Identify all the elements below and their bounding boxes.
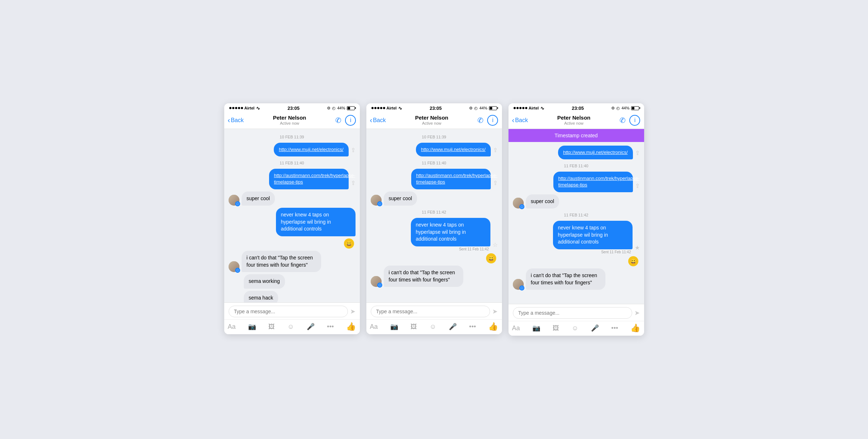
star-icon-2[interactable]: ☆ [493, 241, 498, 248]
timestamp-banner-3: Timestamp created [509, 129, 644, 142]
back-button-1[interactable]: ‹ Back [228, 117, 244, 124]
contact-status-2: Active now [415, 121, 448, 126]
chat-area-1[interactable]: 10 FEB 11:39 ⇪ http://www.muji.net/elect… [224, 129, 360, 302]
battery-icon-3 [631, 106, 639, 110]
send-icon-2[interactable]: ➤ [492, 307, 498, 315]
carrier-label-3: Airtel [529, 106, 539, 110]
timestamp-10feb-1: 10 FEB 11:39 [229, 135, 356, 139]
more-icon-3[interactable]: ••• [611, 324, 618, 332]
emoji-icon-1[interactable]: ☺ [288, 323, 294, 331]
phone-call-icon-3[interactable]: ✆ [620, 116, 626, 125]
message-input-1[interactable] [229, 306, 348, 317]
avatar-3a: ⓘ [513, 198, 524, 208]
message-row: sema hack [229, 291, 356, 302]
bubble-cant-do-3: i can't do that "Tap the screen four tim… [526, 268, 605, 290]
status-right-3: ⚙ ◴ 44% [611, 106, 639, 111]
alarm-icon-3: ◴ [616, 106, 620, 111]
star-icon-3[interactable]: ★ [635, 244, 640, 251]
share-icon[interactable]: ⇪ [351, 180, 356, 186]
emoji-reaction-row: 😀 [229, 238, 356, 249]
timestamp-11feb-3: 11 FEB 11:40 [513, 164, 640, 168]
gallery-icon-1[interactable]: 🖼 [268, 323, 275, 331]
bubble-super-cool-1: super cool [242, 191, 275, 206]
share-icon[interactable]: ⇪ [493, 180, 498, 186]
chat-area-3[interactable]: ⇪ http://www.muji.net/electronics/ 11 FE… [509, 142, 644, 304]
signal-dot [235, 107, 237, 109]
more-icon-2[interactable]: ••• [469, 323, 476, 331]
bottom-toolbar-1: Aa 📷 🖼 ☺ 🎤 ••• 👍 [224, 319, 360, 334]
font-icon-3[interactable]: Aa [512, 324, 520, 332]
info-icon-3[interactable]: i [629, 115, 640, 126]
like-icon-3[interactable]: 👍 [630, 323, 640, 333]
signal-dot [516, 107, 519, 109]
mic-icon-3[interactable]: 🎤 [591, 324, 599, 332]
back-label-2: Back [373, 117, 386, 124]
input-bar-3: ➤ [509, 304, 644, 321]
message-row: ⓘ i can't do that "Tap the screen four t… [513, 268, 640, 290]
battery-label-1: 44% [337, 106, 345, 110]
nav-center-2: Peter Nelson Active now [415, 115, 448, 126]
emoji-reaction-row-3: 😀 [513, 256, 640, 266]
nav-bar-3: ‹ Back Peter Nelson Active now ✆ i [509, 112, 644, 129]
timestamp-11feb-1: 11 FEB 11:40 [229, 161, 356, 165]
messenger-badge-3b: ⓘ [519, 285, 524, 290]
emoji-reaction-1: 😀 [344, 238, 354, 249]
message-input-2[interactable] [371, 306, 490, 317]
back-button-2[interactable]: ‹ Back [370, 117, 386, 124]
phone-call-icon-1[interactable]: ✆ [335, 116, 341, 125]
share-icon[interactable]: ⇪ [635, 150, 640, 156]
contact-name-2: Peter Nelson [415, 115, 448, 121]
send-icon-1[interactable]: ➤ [350, 307, 356, 315]
share-icon[interactable]: ⇪ [351, 147, 356, 154]
info-symbol-3: i [634, 117, 636, 124]
sent-label-3: Sent 11 Feb 11:42 [601, 250, 632, 254]
info-icon-2[interactable]: i [487, 115, 498, 126]
bubble-outgoing-link-2a: http://www.muji.net/electronics/ [416, 143, 490, 156]
mic-icon-1[interactable]: 🎤 [307, 323, 315, 331]
bubble-cant-do-1: i can't do that "Tap the screen four tim… [242, 251, 321, 272]
timestamp-10feb-2: 10 FEB 11:39 [371, 135, 498, 139]
contact-name-3: Peter Nelson [557, 115, 591, 121]
font-icon-2[interactable]: Aa [370, 323, 378, 331]
font-icon-1[interactable]: Aa [228, 323, 236, 331]
phone-call-icon-2[interactable]: ✆ [477, 116, 484, 125]
share-icon[interactable]: ⇪ [635, 182, 640, 189]
info-icon-1[interactable]: i [345, 115, 356, 126]
message-input-3[interactable] [513, 307, 632, 319]
contact-status-1: Active now [273, 121, 306, 126]
wifi-icon-1: ∿ [256, 106, 260, 111]
phone-wrapper: Airtel ∿ 23:05 ⚙ ◴ 44% ‹ Back Peter Nels… [224, 103, 644, 336]
send-icon-3[interactable]: ➤ [634, 309, 640, 317]
back-button-3[interactable]: ‹ Back [512, 117, 528, 124]
like-icon-2[interactable]: 👍 [488, 322, 498, 331]
nav-center-3: Peter Nelson Active now [557, 115, 591, 126]
back-label-1: Back [231, 117, 244, 124]
chevron-left-icon-1: ‹ [228, 116, 230, 124]
camera-icon-2[interactable]: 📷 [390, 323, 398, 331]
camera-icon-1[interactable]: 📷 [248, 323, 256, 331]
mic-icon-2[interactable]: 🎤 [449, 323, 457, 331]
gallery-icon-3[interactable]: 🖼 [553, 324, 559, 332]
more-icon-1[interactable]: ••• [327, 323, 334, 331]
message-row: never knew 4 taps on hyperlapse wil brin… [229, 208, 356, 236]
emoji-icon-2[interactable]: ☺ [430, 323, 436, 331]
chat-area-2[interactable]: 10 FEB 11:39 ⇪ http://www.muji.net/elect… [366, 129, 502, 302]
time-label-2: 23:05 [430, 106, 442, 111]
bubble-super-cool-3: super cool [526, 194, 559, 209]
emoji-icon-3[interactable]: ☺ [572, 324, 578, 332]
like-icon-1[interactable]: 👍 [346, 322, 356, 331]
share-icon[interactable]: ⇪ [493, 147, 498, 154]
status-right-1: ⚙ ◴ 44% [327, 106, 354, 111]
signal-dot [377, 107, 379, 109]
signal-dots-1 [229, 107, 243, 109]
bubble-never-knew-2: never knew 4 taps on hyperlapse wil brin… [411, 218, 490, 246]
message-row: ⓘ super cool [371, 191, 498, 206]
signal-dots-2 [371, 107, 385, 109]
signal-dot [238, 107, 240, 109]
carrier-label-1: Airtel [244, 106, 255, 110]
gallery-icon-2[interactable]: 🖼 [410, 323, 417, 331]
signal-dot [514, 107, 516, 109]
messenger-badge-2a: ⓘ [377, 201, 382, 206]
camera-icon-3[interactable]: 📷 [532, 324, 540, 332]
status-left-3: Airtel ∿ [514, 106, 544, 111]
